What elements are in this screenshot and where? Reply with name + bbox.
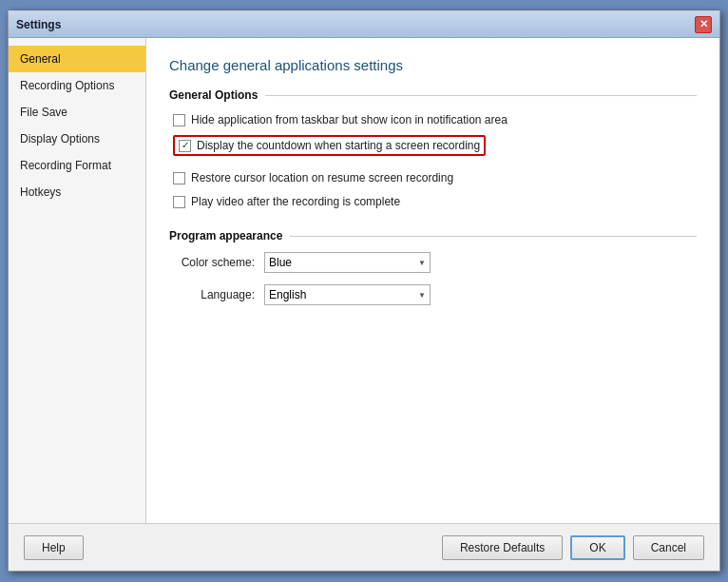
language-select[interactable]: English French German Spanish bbox=[264, 284, 431, 305]
help-button[interactable]: Help bbox=[24, 535, 84, 560]
close-button[interactable]: ✕ bbox=[695, 16, 712, 33]
checkbox-restore-cursor[interactable] bbox=[173, 172, 185, 184]
program-appearance-header: Program appearance bbox=[169, 229, 697, 242]
option-restore-cursor: Restore cursor location on resume screen… bbox=[169, 169, 697, 186]
option-hide-taskbar: Hide application from taskbar but show i… bbox=[169, 111, 697, 128]
color-scheme-row: Color scheme: Blue Silver Black bbox=[179, 252, 697, 273]
checkbox-play-video[interactable] bbox=[173, 196, 185, 208]
sidebar-item-hotkeys[interactable]: Hotkeys bbox=[9, 179, 145, 205]
restore-defaults-button[interactable]: Restore Defaults bbox=[442, 535, 563, 560]
label-display-countdown: Display the countdown when starting a sc… bbox=[197, 139, 480, 152]
footer-right: Restore Defaults OK Cancel bbox=[442, 535, 704, 560]
sidebar-item-display-options[interactable]: Display Options bbox=[9, 126, 145, 152]
checkbox-hide-taskbar[interactable] bbox=[173, 114, 185, 126]
label-hide-taskbar: Hide application from taskbar but show i… bbox=[191, 113, 508, 126]
language-select-wrapper: English French German Spanish bbox=[264, 284, 431, 305]
option-display-countdown: Display the countdown when starting a sc… bbox=[173, 135, 486, 156]
color-scheme-label: Color scheme: bbox=[179, 256, 264, 269]
option-play-video: Play video after the recording is comple… bbox=[169, 193, 697, 210]
general-options-header: General Options bbox=[169, 88, 697, 102]
footer: Help Restore Defaults OK Cancel bbox=[9, 523, 719, 571]
ok-button[interactable]: OK bbox=[570, 535, 624, 560]
sidebar-item-file-save[interactable]: File Save bbox=[9, 99, 145, 126]
label-play-video: Play video after the recording is comple… bbox=[191, 195, 400, 208]
page-title: Change general applications settings bbox=[169, 57, 697, 73]
title-bar: Settings ✕ bbox=[9, 11, 719, 38]
color-scheme-select[interactable]: Blue Silver Black bbox=[264, 252, 431, 273]
label-restore-cursor: Restore cursor location on resume screen… bbox=[191, 171, 453, 184]
program-appearance-section: Program appearance Color scheme: Blue Si… bbox=[169, 229, 697, 305]
sidebar-item-general[interactable]: General bbox=[9, 46, 145, 72]
window-body: General Recording Options File Save Disp… bbox=[9, 38, 719, 523]
settings-window: Settings ✕ General Recording Options Fil… bbox=[8, 10, 720, 572]
main-content: Change general applications settings Gen… bbox=[146, 38, 719, 523]
sidebar-item-recording-options[interactable]: Recording Options bbox=[9, 72, 145, 99]
sidebar: General Recording Options File Save Disp… bbox=[9, 38, 146, 523]
sidebar-item-recording-format[interactable]: Recording Format bbox=[9, 152, 145, 179]
language-label: Language: bbox=[179, 288, 264, 301]
language-row: Language: English French German Spanish bbox=[179, 284, 697, 305]
checkbox-display-countdown[interactable] bbox=[179, 140, 191, 152]
window-title: Settings bbox=[16, 18, 61, 31]
color-scheme-select-wrapper: Blue Silver Black bbox=[264, 252, 431, 273]
cancel-button[interactable]: Cancel bbox=[633, 535, 704, 560]
